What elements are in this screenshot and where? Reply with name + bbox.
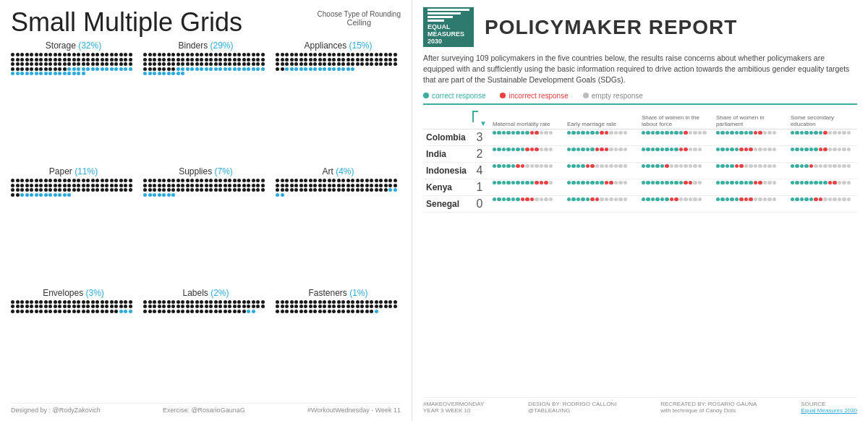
dot-black <box>86 188 90 192</box>
data-cell <box>490 195 564 212</box>
row-dots <box>567 164 636 169</box>
correct-response-dot <box>795 148 799 152</box>
correct-response-dot <box>660 181 665 185</box>
correct-response-dot <box>506 131 511 135</box>
dot-black <box>214 310 218 313</box>
dot-black <box>39 188 43 192</box>
source-link[interactable]: Equal Measures 2030 <box>801 407 857 414</box>
dot-black <box>379 184 383 187</box>
correct-response-dot <box>493 164 497 169</box>
empty-response-dot <box>842 181 846 185</box>
dot-black <box>186 62 190 66</box>
correct-response-dot <box>716 148 720 152</box>
dot-black <box>35 184 38 187</box>
dot-black <box>143 58 147 61</box>
dot-black <box>158 305 161 308</box>
incorrect-response-dot <box>674 197 678 202</box>
dot-black <box>200 188 203 192</box>
empty-response-dot <box>540 164 544 169</box>
dot-blue <box>119 310 123 313</box>
dot-black <box>167 62 171 66</box>
row-dots <box>791 164 857 169</box>
empty-response-dot <box>838 164 842 169</box>
dot-black <box>190 53 194 56</box>
dot-black <box>143 188 147 192</box>
dot-black <box>242 184 246 187</box>
correct-response-dot <box>581 148 585 152</box>
correct-response-dot <box>679 131 684 135</box>
dot-black <box>276 184 279 187</box>
dot-blue <box>35 72 38 75</box>
correct-dot <box>423 93 429 98</box>
dot-black <box>16 67 20 71</box>
incorrect-response-dot <box>595 197 600 202</box>
dot-black <box>39 184 43 187</box>
empty-response-dot <box>549 181 553 185</box>
dot-black <box>162 188 166 192</box>
dot-black <box>375 179 378 182</box>
incorrect-response-dot <box>689 181 693 185</box>
dot-black <box>48 300 52 304</box>
dot-black <box>393 53 397 56</box>
empty-response-dot <box>763 164 767 169</box>
dot-black <box>176 62 180 66</box>
dot-black <box>190 300 194 304</box>
dot-black <box>285 300 289 304</box>
empty-response-dot <box>618 131 623 135</box>
cell-title: Fasteners (1%) <box>276 288 401 298</box>
dot-blue <box>91 67 95 71</box>
dot-blue <box>328 67 331 71</box>
dot-black <box>299 53 303 56</box>
dot-black <box>379 188 383 192</box>
dot-blue <box>25 72 29 75</box>
correct-response-dot <box>660 197 665 202</box>
correct-response-dot <box>720 131 725 135</box>
dot-black <box>195 188 199 192</box>
dot-black <box>209 300 213 304</box>
dot-black <box>285 62 289 66</box>
dot-black <box>365 53 369 56</box>
dot-black <box>247 188 250 192</box>
correct-response-dot <box>567 181 571 185</box>
dot-black <box>384 188 388 192</box>
dot-black <box>25 53 29 56</box>
dot-black <box>332 310 336 313</box>
dot-black <box>370 58 373 61</box>
dot-black <box>63 305 67 308</box>
dot-black <box>95 310 99 313</box>
dot-black <box>44 188 48 192</box>
incorrect-response-dot <box>605 148 609 152</box>
correct-response-dot <box>730 197 734 202</box>
dot-black <box>186 179 190 182</box>
dot-black <box>388 62 392 66</box>
dot-black <box>323 179 326 182</box>
empty-response-dot <box>842 197 846 202</box>
dot-black <box>143 67 147 71</box>
empty-response-dot <box>833 148 837 152</box>
empty-response-dot <box>689 164 693 169</box>
empty-response-dot <box>614 131 618 135</box>
country-name: India <box>423 145 469 162</box>
correct-response-dot <box>502 181 506 185</box>
dot-blue <box>290 67 294 71</box>
correct-response-dot <box>576 197 581 202</box>
incorrect-dot <box>500 93 506 98</box>
dot-black <box>186 53 190 56</box>
dot-black <box>58 184 61 187</box>
dot-black <box>190 305 194 308</box>
empty-response-dot <box>549 148 553 152</box>
dot-blue <box>205 67 208 71</box>
dot-black <box>82 58 85 61</box>
empty-response-dot <box>828 164 833 169</box>
dot-black <box>86 62 90 66</box>
dot-black <box>332 179 336 182</box>
dot-black <box>370 53 373 56</box>
dot-black <box>209 179 213 182</box>
data-cell <box>713 145 788 162</box>
dot-black <box>54 53 57 56</box>
dot-black <box>242 300 246 304</box>
dot-black <box>190 184 194 187</box>
rank-cell: 1 <box>469 179 490 195</box>
table-row: Senegal0 <box>423 195 857 212</box>
correct-response-dot <box>642 197 646 202</box>
